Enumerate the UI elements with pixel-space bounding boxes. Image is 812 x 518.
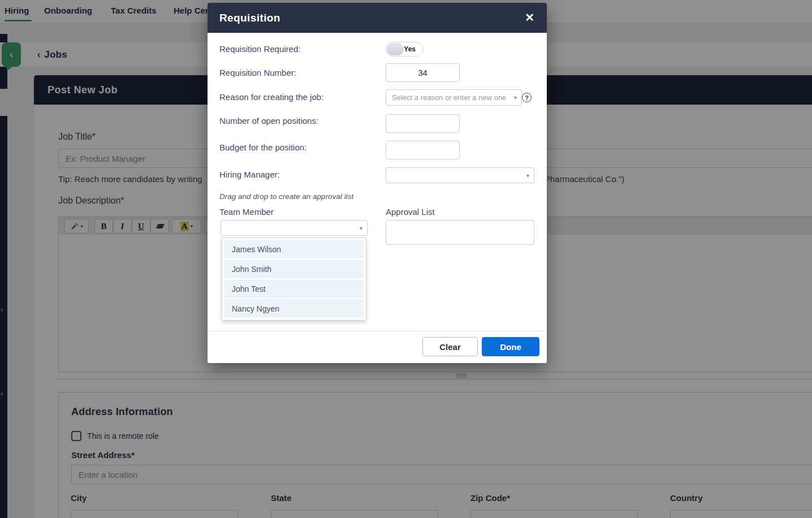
team-member-label: Team Member [219,207,274,217]
requisition-modal: Requisition ✕ Requisition Required: Yes … [208,3,547,363]
open-positions-label: Number of open positions: [219,116,318,126]
requisition-number-label: Requisition Number: [219,68,296,77]
approval-list-dropzone[interactable] [386,220,534,245]
modal-title: Requisition [219,12,280,24]
requisition-required-label: Requisition Required: [219,44,300,54]
requisition-required-toggle[interactable]: Yes [386,42,424,57]
reason-label: Reason for creating the job: [219,92,323,102]
budget-input[interactable] [386,141,460,159]
open-positions-input[interactable] [386,114,460,133]
team-member-dropdown-list: James Wilson John Smith John Test Nancy … [222,238,366,321]
list-item[interactable]: John Test [224,280,364,297]
hiring-manager-select[interactable]: ▾ [386,167,534,183]
chevron-down-icon: ▾ [526,172,529,179]
done-button[interactable]: Done [482,337,539,356]
approval-list-label: Approval List [386,207,435,217]
clear-button[interactable]: Clear [422,337,478,356]
toggle-value: Yes [404,45,416,53]
toggle-knob [387,43,404,55]
reason-placeholder: Select a reason or enter a new one [392,93,506,102]
list-item[interactable]: John Smith [224,260,364,278]
viewport: Hiring Onboarding Tax Credits Help Cente… [0,0,812,518]
budget-label: Budget for the position: [219,143,306,152]
close-icon[interactable]: ✕ [525,11,534,24]
help-glyph: ? [525,94,529,101]
drag-drop-hint: Drag and drop to create an approval list [219,192,353,201]
list-item[interactable]: Nancy Ngyen [224,300,364,317]
requisition-number-input[interactable] [386,63,460,82]
reason-select[interactable]: Select a reason or enter a new one ▾ [386,89,522,106]
chevron-down-icon: ▾ [360,225,362,231]
modal-footer: Clear Done [208,331,547,363]
team-member-select[interactable]: ▾ [221,220,368,236]
list-item[interactable]: James Wilson [224,240,364,258]
modal-header: Requisition ✕ [208,3,547,33]
chevron-down-icon: ▾ [514,94,517,101]
help-icon[interactable]: ? [522,93,532,102]
hiring-manager-label: Hiring Manager: [219,170,280,179]
